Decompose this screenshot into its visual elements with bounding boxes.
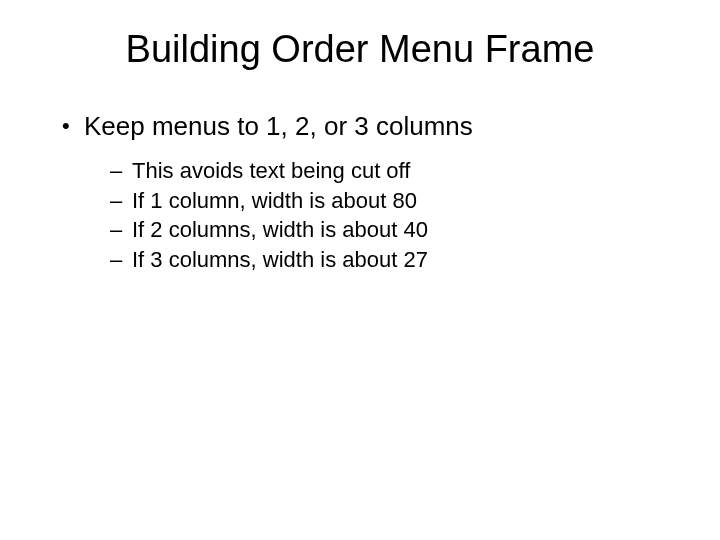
bullet-level-2: If 2 columns, width is about 40 [110,215,680,245]
bullet-level-2: If 3 columns, width is about 27 [110,245,680,275]
bullet-level-1: Keep menus to 1, 2, or 3 columns [62,111,680,142]
slide-title: Building Order Menu Frame [40,28,680,71]
slide: Building Order Menu Frame Keep menus to … [0,0,720,540]
bullet-level-2: If 1 column, width is about 80 [110,186,680,216]
bullet-level-2: This avoids text being cut off [110,156,680,186]
